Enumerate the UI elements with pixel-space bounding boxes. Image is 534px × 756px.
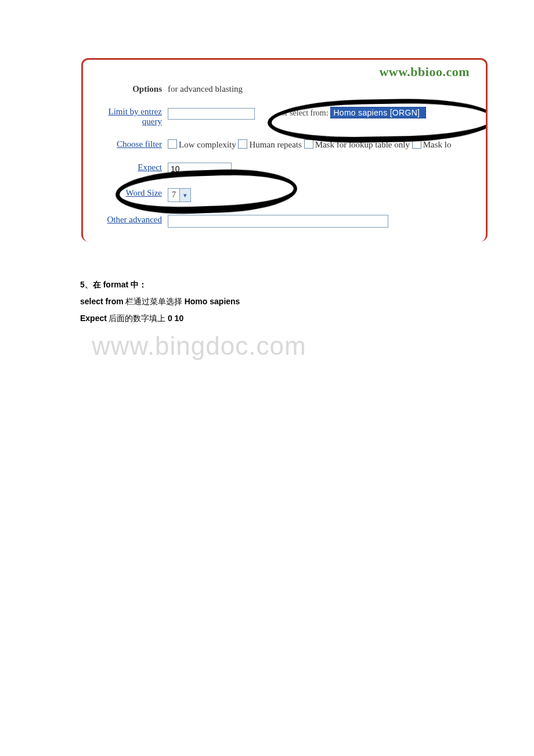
wordsize-select[interactable]: 7 ▾	[168, 188, 191, 202]
limit-entrez-link[interactable]: Limit by entrez query	[109, 107, 162, 126]
other-advanced-label: Other advanced	[91, 215, 168, 225]
chevron-down-icon: ▾	[179, 189, 190, 201]
instr1-prefix: 5、在	[80, 280, 103, 289]
expect-body	[168, 163, 480, 175]
filter-options: Low complexity Human repeats Mask for lo…	[168, 139, 480, 150]
select-from-label: or select from:	[281, 109, 329, 117]
choose-filter-label: Choose filter	[91, 139, 168, 149]
limit-entrez-body: or select from: Homo sapiens [ORGN]	[168, 107, 480, 120]
other-advanced-link[interactable]: Other advanced	[107, 215, 162, 224]
instr3-value: 0 10	[168, 314, 183, 323]
instr2-select-from: select from	[80, 297, 124, 306]
instr1-suffix: 中：	[128, 280, 147, 289]
mask-lookup-checkbox[interactable]	[304, 139, 313, 149]
instr3-expect: Expect	[80, 314, 107, 323]
instr2-homo: Homo sapiens	[185, 297, 240, 306]
wordsize-label-col: Word Size	[91, 188, 168, 198]
options-header: Options	[91, 84, 168, 94]
wordsize-body: 7 ▾	[168, 188, 480, 202]
wordsize-link[interactable]: Word Size	[125, 188, 162, 197]
instruction-line-1: 5、在 format 中：	[80, 276, 486, 293]
limit-entrez-label: Limit by entrez query	[91, 107, 168, 127]
options-bold: Options	[132, 84, 162, 93]
entrez-query-input[interactable]	[168, 108, 255, 120]
instr1-format: format	[103, 280, 129, 289]
other-advanced-body	[168, 215, 480, 228]
expect-input[interactable]	[168, 163, 232, 175]
expect-link[interactable]: Expect	[138, 163, 162, 172]
blast-options-box: www.bbioo.com Options for advanced blast…	[81, 58, 488, 242]
mask-lo-label: Mask lo	[423, 140, 452, 149]
page-watermark: www.bingdoc.com	[92, 332, 534, 361]
low-complexity-checkbox[interactable]	[168, 139, 177, 149]
options-subtitle: for advanced blasting	[168, 84, 480, 94]
instruction-line-3: Expect 后面的数字填上 0 10	[80, 310, 486, 327]
expect-label-col: Expect	[91, 163, 168, 172]
wordsize-value: 7	[168, 190, 179, 200]
human-repeats-checkbox[interactable]	[238, 139, 247, 149]
choose-filter-link[interactable]: Choose filter	[117, 139, 162, 149]
instruction-line-2: select from 栏通过菜单选择 Homo sapiens	[80, 293, 486, 310]
mask-lo-checkbox[interactable]	[412, 139, 421, 149]
other-advanced-input[interactable]	[168, 215, 388, 228]
site-watermark: www.bbioo.com	[379, 64, 470, 80]
instr2-mid: 栏通过菜单选择	[124, 297, 185, 306]
instr3-mid: 后面的数字填上	[107, 314, 168, 323]
human-repeats-label: Human repeats	[249, 140, 301, 149]
instructions-block: 5、在 format 中： select from 栏通过菜单选择 Homo s…	[80, 276, 486, 327]
select-from-dropdown[interactable]: Homo sapiens [ORGN]	[330, 107, 426, 118]
low-complexity-label: Low complexity	[179, 140, 236, 149]
mask-lookup-label: Mask for lookup table only	[315, 140, 410, 149]
